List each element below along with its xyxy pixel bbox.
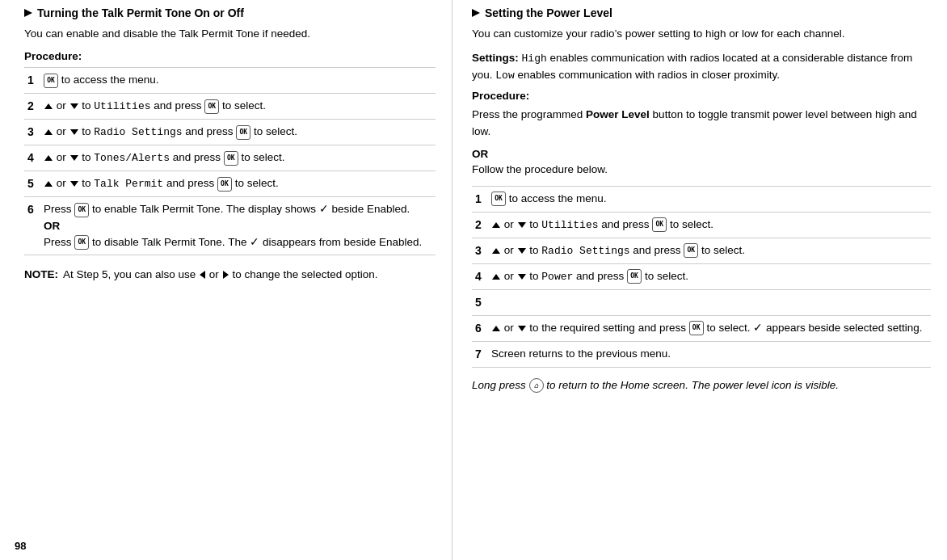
or-label: or <box>504 270 517 282</box>
step-text-or-end: to disable Talk Permit Tone. The ✓ disap… <box>92 236 422 248</box>
step-number: 3 <box>24 120 40 145</box>
or-label: or <box>57 125 69 137</box>
step-text-end: to select. ✓ appears beside selected set… <box>706 322 922 334</box>
step-text: to Utilities and press <box>529 218 652 230</box>
arrow-up-icon <box>492 248 500 254</box>
left-column: Turning the Talk Permit Tone On or Off Y… <box>0 0 452 560</box>
step-content: or to Power and press OK to select. <box>488 264 931 290</box>
step-text: to Radio Settings and press <box>529 244 684 256</box>
arrow-right-icon <box>223 271 229 279</box>
note-block: NOTE: At Step 5, you can also use or to … <box>24 267 436 283</box>
note-label: NOTE: <box>24 267 58 283</box>
arrow-down-icon <box>518 222 526 228</box>
table-row: 6 Press OK to enable Talk Permit Tone. T… <box>24 197 436 255</box>
power-level-bold: Power Level <box>586 108 650 120</box>
step-text-end: to select. <box>670 218 713 230</box>
table-row: 2 or to Utilities and press OK to select… <box>472 213 931 238</box>
arrow-down-icon <box>70 181 78 187</box>
step-text-or: Press <box>44 236 74 248</box>
page-number: 98 <box>15 540 26 552</box>
ok-button-icon: OK <box>652 217 667 232</box>
ok-button-icon: OK <box>204 99 219 114</box>
arrow-up-icon <box>44 155 53 161</box>
right-steps-table: 1 OK to access the menu. 2 or to Utiliti… <box>472 186 931 368</box>
right-title-text: Setting the Power Level <box>485 6 612 19</box>
or-label: or <box>504 218 517 230</box>
or-label: or <box>57 177 69 189</box>
ok-button-icon: OK <box>74 203 89 217</box>
or-text: OR <box>44 220 60 232</box>
step-text: to enable Talk Permit Tone. The display … <box>92 203 410 215</box>
settings-description: Settings: High enables communication wit… <box>472 50 931 83</box>
arrow-down-icon <box>518 274 526 280</box>
settings-text2: enables communication with radios in clo… <box>517 69 780 81</box>
or-label: or <box>504 322 517 334</box>
arrow-up-icon <box>44 181 53 187</box>
ok-button-icon: OK <box>74 235 89 250</box>
step-number: 2 <box>472 213 488 238</box>
settings-high: High <box>522 53 547 65</box>
step-number: 3 <box>472 238 488 264</box>
step-content: Screen returns to the previous menu. <box>488 342 931 368</box>
step-content: or to Utilities and press OK to select. <box>40 94 436 120</box>
arrow-down-icon <box>70 129 78 135</box>
arrow-down-icon <box>518 326 526 331</box>
step-number: 6 <box>472 316 488 342</box>
follow-text: Follow the procedure below. <box>472 162 931 178</box>
or-divider: OR <box>472 148 931 160</box>
arrow-up-icon <box>492 274 500 280</box>
right-procedure-label: Procedure: <box>472 90 931 102</box>
arrow-up-icon <box>492 326 500 331</box>
step-text: to Power and press <box>529 270 627 282</box>
step-content <box>488 290 931 316</box>
step-text-end: to select. <box>645 270 688 282</box>
table-row: 1 OK to access the menu. <box>472 187 931 213</box>
step-content: or to Utilities and press OK to select. <box>488 213 931 238</box>
step-number: 2 <box>24 94 40 120</box>
step-number: 1 <box>24 68 40 94</box>
step-content: or to Tones/Alerts and press OK to selec… <box>40 145 436 171</box>
arrow-up-icon <box>492 222 500 228</box>
step-text: to Tones/Alerts and press <box>82 151 223 163</box>
step-content: or to Radio Settings and press OK to sel… <box>488 238 931 264</box>
table-row: 2 or to Utilities and press OK to select… <box>24 94 436 120</box>
step-text-end: to select. <box>222 99 266 112</box>
step-number: 5 <box>472 290 488 316</box>
ok-button-icon: OK <box>236 125 250 140</box>
table-row: 3 or to Radio Settings and press OK to s… <box>472 238 931 264</box>
step-text: to Talk Permit and press <box>82 177 217 189</box>
arrow-down-icon <box>70 155 78 161</box>
table-row: 1 OK to access the menu. <box>24 68 436 94</box>
left-title-text: Turning the Talk Permit Tone On or Off <box>37 6 244 19</box>
ok-button-icon: OK <box>224 151 238 166</box>
ok-button-icon: OK <box>217 177 232 192</box>
arrow-down-icon <box>70 103 78 109</box>
table-row: 5 <box>472 290 931 316</box>
step-text: to Radio Settings and press <box>82 125 236 137</box>
procedure-intro: Press the programmed Power Level button … <box>472 107 931 140</box>
step-text: to access the menu. <box>61 74 159 86</box>
step-text: to Utilities and press <box>82 99 204 112</box>
table-row: 7 Screen returns to the previous menu. <box>472 342 931 368</box>
ok-button-icon: OK <box>684 243 698 258</box>
right-section-title: Setting the Power Level <box>472 6 931 19</box>
table-row: 6 or to the required setting and press O… <box>472 316 931 342</box>
settings-label: Settings: <box>472 52 519 64</box>
table-row: 5 or to Talk Permit and press OK to sele… <box>24 171 436 197</box>
note-text: At Step 5, you can also use or to change… <box>63 267 378 283</box>
step-content: OK to access the menu. <box>40 68 436 94</box>
step-text: to the required setting and press <box>529 322 688 334</box>
step-text-end: to select. <box>254 125 297 137</box>
step-number: 7 <box>472 342 488 368</box>
italic-note-text: Long press ⌂ to return to the Home scree… <box>472 379 839 391</box>
table-row: 4 or to Tones/Alerts and press OK to sel… <box>24 145 436 171</box>
arrow-left-icon <box>200 271 205 279</box>
left-steps-table: 1 OK to access the menu. 2 or to Utiliti… <box>24 67 436 255</box>
step-text-end: to select. <box>235 177 279 189</box>
arrow-down-icon <box>518 248 526 254</box>
ok-button-icon: OK <box>627 269 642 284</box>
left-intro: You can enable and disable the Talk Perm… <box>24 26 436 42</box>
ok-button-icon: OK <box>491 192 506 206</box>
step-number: 6 <box>24 197 40 255</box>
step-number: 4 <box>472 264 488 290</box>
